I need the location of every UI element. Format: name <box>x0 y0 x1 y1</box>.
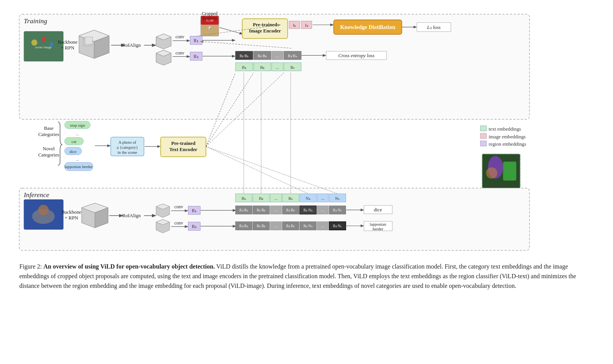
svg-text:Cross entropy loss: Cross entropy loss <box>338 53 375 58</box>
svg-text:B₁: B₁ <box>242 65 246 70</box>
svg-text:in the scene: in the scene <box>117 150 137 155</box>
svg-text:...: ... <box>274 224 277 228</box>
svg-text:Pre-trained: Pre-trained <box>253 22 277 27</box>
svg-text:...: ... <box>76 157 79 162</box>
svg-text:...: ... <box>276 65 279 70</box>
svg-text:...: ... <box>322 224 324 228</box>
figure-num: Figure 2: <box>19 263 42 270</box>
svg-text:R₂·Nₖ: R₂·Nₖ <box>333 224 342 228</box>
svg-text:R₂·Bₙ: R₂·Bₙ <box>288 54 297 58</box>
svg-text:dice: dice <box>374 207 382 213</box>
svg-text:R₂·N₁: R₂·N₁ <box>303 224 312 228</box>
svg-rect-95 <box>480 126 487 131</box>
svg-text:L₁ loss: L₁ loss <box>427 25 441 30</box>
backbone-rpn-label: Backbone <box>58 39 78 45</box>
svg-text:Backbone: Backbone <box>61 209 81 215</box>
svg-text:R₂·Bₙ: R₂·Bₙ <box>286 224 295 228</box>
svg-text:Base: Base <box>44 126 54 131</box>
svg-text:scene image: scene image <box>35 45 52 49</box>
figure-bold: An overview of using ViLD for open-vocab… <box>43 263 215 270</box>
svg-text:...: ... <box>76 131 79 136</box>
svg-text:stop sign: stop sign <box>70 123 85 128</box>
svg-text:Regions: Regions <box>202 16 217 21</box>
svg-text:+ RPN: + RPN <box>61 45 74 51</box>
svg-text:R₂: R₂ <box>192 224 197 229</box>
svg-text:R₁·Nₖ: R₁·Nₖ <box>333 208 342 212</box>
svg-text:Categories: Categories <box>38 132 59 137</box>
svg-line-184 <box>206 146 308 194</box>
svg-point-4 <box>41 37 46 41</box>
svg-text:+ RPN: + RPN <box>65 215 78 221</box>
svg-text:B₂: B₂ <box>259 196 263 201</box>
svg-text:region embeddings: region embeddings <box>489 141 526 147</box>
svg-text:R₂·B₂: R₂·B₂ <box>257 224 266 228</box>
svg-text:R₂·B₂: R₂·B₂ <box>258 54 267 58</box>
svg-text:B₁: B₁ <box>242 196 246 201</box>
training-label: Training <box>24 17 48 25</box>
svg-point-3 <box>31 39 37 46</box>
svg-text:car: car <box>72 139 77 144</box>
svg-text:conv: conv <box>175 34 184 39</box>
svg-text:a {category}: a {category} <box>117 145 138 150</box>
svg-line-185 <box>206 146 337 194</box>
svg-text:Knowledge Distillation: Knowledge Distillation <box>340 24 395 30</box>
svg-text:Pre-trained: Pre-trained <box>171 141 196 146</box>
svg-text:dice: dice <box>70 149 77 154</box>
svg-text:A photo of: A photo of <box>118 140 136 145</box>
svg-text:Bₙ: Bₙ <box>288 196 293 201</box>
svg-text:B₂: B₂ <box>260 65 264 70</box>
svg-text:I₁: I₁ <box>293 23 296 27</box>
svg-text:...: ... <box>321 196 324 201</box>
svg-text:R₁·N₁: R₁·N₁ <box>303 208 312 212</box>
svg-text:Categories: Categories <box>38 152 59 158</box>
svg-rect-99 <box>480 141 487 146</box>
svg-text:🎲: 🎲 <box>208 26 212 30</box>
svg-text:R₁: R₁ <box>192 208 197 213</box>
svg-text:R₂·B₁: R₂·B₁ <box>240 54 249 58</box>
svg-text:N₁: N₁ <box>306 196 310 201</box>
svg-rect-103 <box>503 162 516 180</box>
svg-text:text embeddings: text embeddings <box>489 126 521 132</box>
svg-text:conv: conv <box>174 221 183 226</box>
svg-text:...: ... <box>322 208 324 212</box>
svg-text:R₁·B₁: R₁·B₁ <box>239 208 248 212</box>
svg-text:...: ... <box>276 54 279 58</box>
svg-text:Image Encoder: Image Encoder <box>249 28 281 34</box>
figure-caption: Figure 2: An overview of using ViLD for … <box>19 262 594 291</box>
svg-text:R₁: R₁ <box>194 38 199 43</box>
svg-rect-11 <box>85 37 93 45</box>
svg-text:...: ... <box>274 208 277 212</box>
svg-text:R₁·B₂: R₁·B₂ <box>257 208 266 212</box>
svg-text:I₂: I₂ <box>305 23 308 27</box>
svg-text:R₂·B₁: R₂·B₁ <box>239 224 248 228</box>
svg-point-109 <box>38 205 49 215</box>
svg-text:Novel: Novel <box>43 146 55 151</box>
svg-text:R₁·Bₙ: R₁·Bₙ <box>286 208 295 212</box>
svg-point-5 <box>49 43 53 46</box>
svg-text:RoIAlign: RoIAlign <box>122 213 141 218</box>
svg-rect-97 <box>480 133 487 139</box>
svg-point-104 <box>486 167 497 179</box>
svg-text:image embeddings: image embeddings <box>489 134 526 139</box>
svg-text:...: ... <box>274 196 278 201</box>
svg-text:Bₙ: Bₙ <box>290 65 295 70</box>
svg-text:conv: conv <box>175 51 184 56</box>
svg-text:R₂: R₂ <box>194 54 199 59</box>
svg-text:lapponian herder: lapponian herder <box>65 164 93 169</box>
svg-text:herder: herder <box>373 226 383 231</box>
svg-text:Inference: Inference <box>24 191 49 199</box>
svg-text:conv: conv <box>174 204 183 209</box>
roialign-label-training: RoIAlign <box>122 43 141 48</box>
svg-text:Nₖ: Nₖ <box>335 196 340 201</box>
svg-text:lapponian: lapponian <box>370 222 387 226</box>
svg-text:Text Encoder: Text Encoder <box>169 147 198 152</box>
